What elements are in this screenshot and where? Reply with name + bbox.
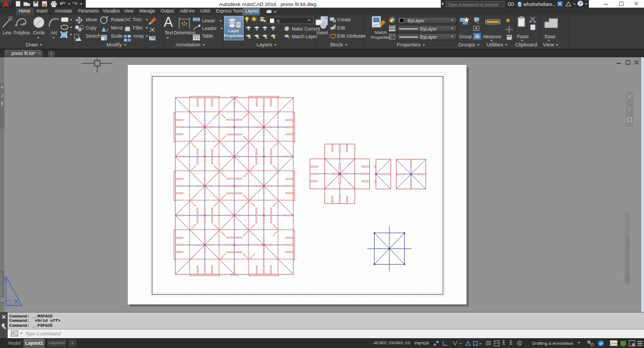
svg-text:LAYER PROPERTIES MANAGER: LAYER PROPERTIES MANAGER	[626, 236, 629, 281]
svg-text:UNSAVED LAYER: UNSAVED LAYER	[0, 274, 3, 297]
